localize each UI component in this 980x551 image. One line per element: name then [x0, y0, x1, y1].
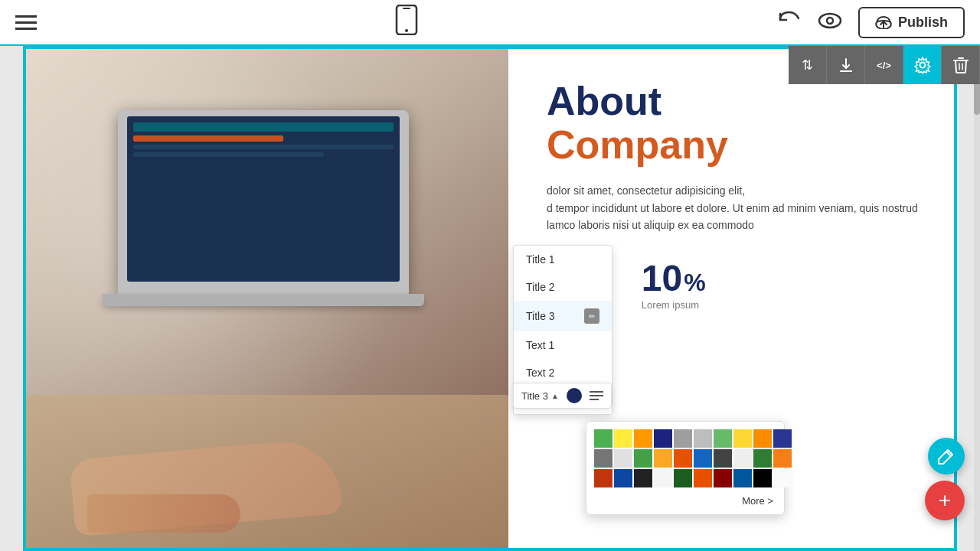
- svg-point-8: [920, 63, 925, 68]
- secondary-toolbar: ⇅ </>: [789, 46, 980, 84]
- color-cell-7[interactable]: [733, 429, 752, 448]
- color-cell-22[interactable]: [634, 469, 652, 487]
- body-text: dolor sit amet, consectetur adipisicing …: [547, 182, 923, 233]
- top-right-actions: Publish: [777, 7, 965, 38]
- more-colors-button[interactable]: More >: [594, 495, 776, 507]
- color-cell-2[interactable]: [634, 429, 652, 448]
- color-cell-23[interactable]: [654, 469, 672, 487]
- delete-button[interactable]: [942, 46, 980, 84]
- color-cell-4[interactable]: [674, 429, 692, 448]
- dropdown-item-text1[interactable]: Text 1: [514, 331, 612, 359]
- edit-fab-button[interactable]: [928, 438, 965, 474]
- color-cell-14[interactable]: [674, 449, 692, 468]
- color-cell-11[interactable]: [614, 449, 632, 468]
- dropdown-item-title3[interactable]: Title 3 ✏: [514, 301, 612, 331]
- color-cell-12[interactable]: [634, 449, 652, 468]
- element-bar: Title 3 ▲: [513, 383, 612, 409]
- page-content: About Company dolor sit amet, consectetu…: [23, 46, 957, 551]
- code-button[interactable]: </>: [865, 46, 903, 84]
- color-grid: [594, 429, 776, 487]
- undo-icon[interactable]: [777, 9, 802, 36]
- color-cell-10[interactable]: [594, 449, 612, 468]
- element-name[interactable]: Title 3 ▲: [521, 390, 559, 402]
- color-cell-18[interactable]: [753, 449, 772, 468]
- top-bar: Publish: [0, 0, 980, 46]
- color-cell-27[interactable]: [733, 469, 752, 487]
- color-palette: More >: [586, 421, 785, 515]
- color-cell-16[interactable]: [714, 449, 732, 468]
- publish-label: Publish: [898, 15, 948, 31]
- color-cell-28[interactable]: [753, 469, 772, 487]
- hamburger-menu[interactable]: [15, 15, 37, 30]
- stat2-number: 10: [642, 257, 682, 299]
- edit-icon[interactable]: ✏: [584, 308, 599, 324]
- color-cell-15[interactable]: [694, 449, 712, 468]
- color-cell-21[interactable]: [614, 469, 632, 487]
- svg-point-4: [827, 18, 833, 24]
- hero-image: [26, 49, 508, 548]
- phone-preview-icon[interactable]: [395, 5, 418, 41]
- color-cell-0[interactable]: [594, 429, 612, 448]
- dropdown-item-title1[interactable]: Title 1: [514, 246, 612, 273]
- color-cell-26[interactable]: [714, 469, 732, 487]
- color-cell-24[interactable]: [674, 469, 692, 487]
- scrollbar[interactable]: [974, 46, 980, 551]
- svg-point-3: [819, 14, 841, 28]
- stat-item-2: 10 % Lorem ipsum: [642, 257, 706, 311]
- color-cell-19[interactable]: [773, 449, 792, 468]
- color-cell-9[interactable]: [773, 429, 792, 448]
- color-cell-20[interactable]: [594, 469, 612, 487]
- canvas: About Company dolor sit amet, consectetu…: [0, 46, 980, 551]
- stat2-suffix: %: [684, 269, 705, 297]
- stat2-label: Lorem ipsum: [642, 299, 706, 311]
- color-cell-17[interactable]: [733, 449, 752, 468]
- about-title: About: [547, 80, 923, 123]
- color-cell-13[interactable]: [654, 449, 672, 468]
- publish-button[interactable]: Publish: [858, 7, 965, 38]
- settings-button[interactable]: [903, 46, 942, 84]
- preview-eye-icon[interactable]: [817, 11, 843, 33]
- color-cell-1[interactable]: [614, 429, 632, 448]
- add-fab-button[interactable]: +: [925, 481, 965, 520]
- download-button[interactable]: [827, 46, 865, 84]
- company-title: Company: [547, 123, 923, 167]
- color-cell-29[interactable]: [773, 469, 792, 487]
- color-cell-8[interactable]: [753, 429, 772, 448]
- color-cell-6[interactable]: [714, 429, 732, 448]
- lines-icon[interactable]: [590, 391, 603, 400]
- chevron-up-icon: ▲: [551, 392, 559, 400]
- color-cell-25[interactable]: [694, 469, 712, 487]
- sort-button[interactable]: ⇅: [789, 46, 827, 84]
- color-dot[interactable]: [567, 388, 582, 403]
- color-cell-3[interactable]: [654, 429, 672, 448]
- svg-point-1: [405, 29, 408, 32]
- dropdown-item-title2[interactable]: Title 2: [514, 273, 612, 301]
- color-cell-5[interactable]: [694, 429, 712, 448]
